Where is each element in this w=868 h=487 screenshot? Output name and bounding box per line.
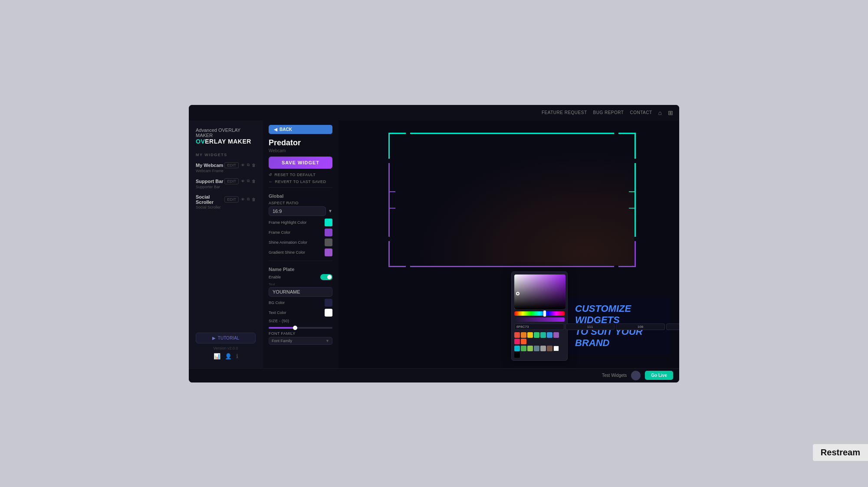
frame-color-row: Frame Color — [269, 229, 332, 236]
revert-to-last-saved-row[interactable]: ← REVERT TO LAST SAVED — [269, 178, 332, 185]
preset-purple[interactable] — [553, 332, 559, 338]
preset-grey[interactable] — [540, 346, 546, 351]
revert-label: REVERT TO LAST SAVED — [275, 180, 326, 184]
preset-blue[interactable] — [547, 332, 552, 338]
back-button[interactable]: ◀ BACK — [269, 125, 332, 134]
preset-teal[interactable] — [540, 332, 546, 338]
bg-color-swatch[interactable] — [325, 299, 332, 307]
save-widget-button[interactable]: SAVE WIDGET — [269, 157, 332, 169]
hue-slider[interactable] — [514, 311, 565, 316]
hue-slider-thumb[interactable] — [543, 311, 546, 317]
divider-2 — [269, 261, 332, 261]
sidebar-item-webcam[interactable]: My Webcam EDIT 👁 ⧉ 🗑 Webcam Frame — [189, 160, 263, 176]
shine-color-swatch[interactable] — [325, 239, 332, 246]
preset-yellow[interactable] — [527, 332, 533, 338]
preset-green[interactable] — [534, 332, 539, 338]
support-bar-delete-icon[interactable]: 🗑 — [252, 179, 256, 183]
logo-advanced: Advanced OVERLAY MAKER — [196, 127, 256, 138]
preset-cyan[interactable] — [514, 346, 520, 351]
widgets-section-title: MY WIDGETS — [189, 151, 263, 160]
home-icon[interactable]: ⌂ — [658, 109, 662, 116]
sidebar-item-social-scroller[interactable]: Social Scroller EDIT 👁 ⧉ 🗑 Social Scroll… — [189, 192, 263, 212]
size-slider-thumb[interactable] — [293, 326, 297, 330]
aspect-ratio-select[interactable]: 16:9 4:3 1:1 — [269, 206, 326, 216]
font-family-row[interactable]: Font Family ▼ — [269, 337, 332, 345]
tutorial-button[interactable]: ▶ TUTORIAL — [196, 333, 256, 343]
logo-overlay-span: OV — [196, 138, 205, 145]
alpha-slider[interactable] — [514, 317, 565, 322]
social-scroller-copy-icon[interactable]: ⧉ — [247, 197, 250, 202]
social-scroller-header: Social Scroller EDIT 👁 ⧉ 🗑 — [196, 194, 256, 205]
sidebar-item-support-bar[interactable]: Support Bar EDIT 👁 ⧉ 🗑 Supporter Bar — [189, 176, 263, 192]
frame-highlight-swatch[interactable] — [325, 219, 332, 226]
preset-pink[interactable] — [514, 339, 520, 344]
frame-highlight-color-row: Frame Highlight Color — [269, 219, 332, 226]
reset-icon: ↺ — [269, 173, 273, 177]
preset-lime[interactable] — [527, 346, 533, 351]
preset-black[interactable] — [514, 352, 520, 358]
logo-main: OVERLAY MAKER — [196, 138, 256, 145]
info-icon[interactable]: ℹ — [236, 353, 238, 360]
edge-top — [410, 133, 614, 134]
support-bar-copy-icon[interactable]: ⧉ — [247, 179, 250, 183]
social-scroller-delete-icon[interactable]: 🗑 — [252, 197, 256, 202]
font-family-value: Font Family — [272, 339, 324, 343]
webcam-copy-icon[interactable]: ⧉ — [247, 163, 250, 167]
preset-colors-row2 — [514, 346, 565, 358]
text-color-swatch[interactable] — [325, 309, 332, 317]
support-bar-edit-btn[interactable]: EDIT — [224, 178, 239, 184]
restream-badge: Restream — [813, 444, 868, 461]
webcam-name: My Webcam — [196, 163, 223, 168]
preset-bluegrey[interactable] — [534, 346, 539, 351]
play-icon: ▶ — [212, 336, 216, 340]
contact-link[interactable]: CONTACT — [630, 110, 652, 115]
enable-toggle[interactable] — [320, 274, 332, 280]
social-scroller-eye-icon[interactable]: 👁 — [241, 197, 245, 202]
reset-to-default-row[interactable]: ↺ RESET TO DEFAULT — [269, 171, 332, 178]
preset-white[interactable] — [553, 346, 559, 351]
sidebar: Advanced OVERLAY MAKER OVERLAY MAKER MY … — [189, 121, 263, 368]
logo-maker-word: MAKER — [228, 138, 251, 145]
preset-lgreen[interactable] — [521, 346, 526, 351]
picker-dot[interactable] — [516, 292, 519, 295]
revert-icon: ← — [269, 180, 273, 184]
preset-orange[interactable] — [521, 332, 526, 338]
webcam-frame — [388, 133, 636, 267]
name-text-input[interactable] — [269, 287, 332, 297]
chart-icon[interactable]: 📊 — [214, 353, 220, 360]
webcam-header: My Webcam EDIT 👁 ⧉ 🗑 — [196, 162, 256, 168]
grid-icon[interactable]: ⊞ — [668, 109, 673, 116]
frame-color-label: Frame Color — [269, 230, 290, 235]
preset-deeporange[interactable] — [521, 339, 526, 344]
g-input[interactable] — [616, 324, 665, 330]
webcam-edit-btn[interactable]: EDIT — [224, 162, 239, 168]
sidebar-bottom: ▶ TUTORIAL Version v2.0.0 📊 👤 ℹ — [189, 328, 263, 364]
gradient-shine-swatch[interactable] — [325, 248, 332, 256]
webcam-eye-icon[interactable]: 👁 — [241, 163, 245, 167]
bottom-bar: Test Widgets Go Live — [189, 368, 679, 382]
test-widgets-label: Test Widgets — [602, 373, 627, 378]
reset-label: RESET TO DEFAULT — [275, 173, 316, 177]
gradient-shine-color-row: Gradient Shine Color — [269, 248, 332, 256]
bug-report-link[interactable]: BUG REPORT — [593, 110, 624, 115]
support-bar-eye-icon[interactable]: 👁 — [241, 179, 245, 183]
support-bar-name: Support Bar — [196, 179, 224, 184]
divider-1 — [269, 187, 332, 188]
user-icon[interactable]: 👤 — [225, 353, 232, 360]
social-scroller-edit-btn[interactable]: EDIT — [224, 196, 239, 203]
frame-color-swatch[interactable] — [325, 229, 332, 236]
hex-input[interactable] — [514, 324, 564, 330]
main-body: Advanced OVERLAY MAKER OVERLAY MAKER MY … — [189, 121, 679, 368]
b-input[interactable] — [666, 324, 679, 330]
gradient-picker-area[interactable] — [514, 275, 566, 309]
webcam-delete-icon[interactable]: 🗑 — [252, 163, 256, 167]
preset-red[interactable] — [514, 332, 520, 338]
go-live-button[interactable]: Go Live — [645, 371, 673, 380]
feature-request-link[interactable]: FEATURE REQUEST — [542, 110, 587, 115]
support-bar-actions: EDIT 👁 ⧉ 🗑 — [224, 178, 256, 184]
font-family-label: Font Family — [269, 331, 332, 336]
font-family-chevron-icon: ▼ — [326, 339, 329, 343]
preset-brown[interactable] — [547, 346, 552, 351]
nameplate-section-label: Name Plate — [269, 267, 332, 272]
r-input[interactable] — [566, 324, 615, 330]
